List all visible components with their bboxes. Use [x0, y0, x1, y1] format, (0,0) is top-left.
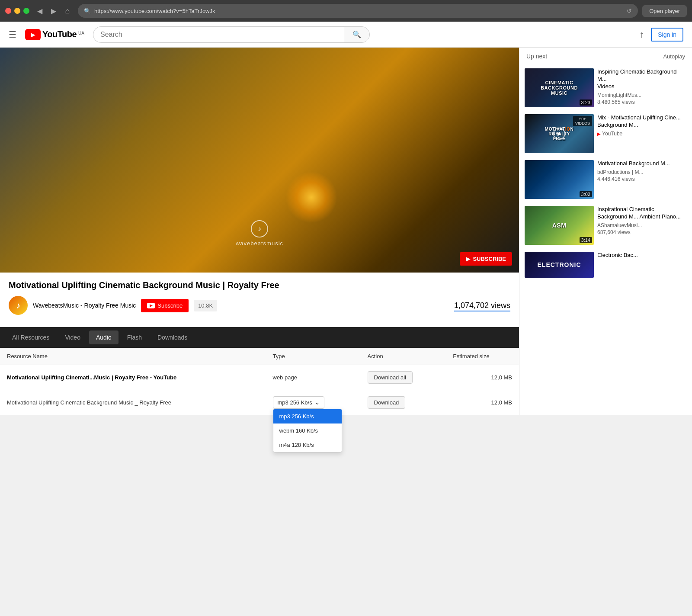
playlist-play-icon: ▶	[553, 128, 565, 140]
sidebar-thumbnail-5: ELECTRONIC	[525, 252, 594, 278]
close-traffic-light[interactable]	[5, 8, 11, 14]
search-icon: 🔍	[84, 8, 91, 14]
maximize-traffic-light[interactable]	[23, 8, 29, 14]
table-header-row: Resource Name Type Action Estimated size	[0, 348, 519, 365]
search-icon: 🔍	[352, 30, 361, 38]
sidebar-video-item[interactable]: CINEMATICBACKGROUND MUSIC 3:23 Inspiring…	[519, 65, 692, 111]
sidebar-channel-name-2: ▶ YouTube	[597, 131, 687, 137]
tab-downloads[interactable]: Downloads	[151, 330, 194, 344]
subscribe-label: Subscribe	[157, 302, 183, 309]
video-background: ♪ wavebeatsmusic ▶ SUBSCRIBE	[0, 48, 519, 273]
url-bar-container: 🔍 ↺	[78, 4, 638, 18]
channel-row: ♪ WavebeatsMusic - Royalty Free Music ▶ …	[9, 296, 510, 315]
menu-icon[interactable]: ☰	[9, 29, 16, 40]
forward-button[interactable]: ▶	[48, 5, 60, 17]
youtube-logo[interactable]: ▶ YouTube UA	[25, 29, 84, 40]
sidebar-video-info-3: Motivational Background M... bdProductio…	[597, 160, 687, 199]
url-input[interactable]	[94, 8, 623, 14]
resource-type-cell: web page	[266, 365, 361, 390]
resource-size-cell: 12,0 MB	[446, 365, 519, 390]
sidebar-views-1: 8,480,565 views	[597, 99, 687, 105]
thumb-duration-4: 3:14	[580, 237, 592, 243]
thumb-badge-2: 50+VIDEOS	[573, 116, 592, 126]
sidebar-video-title-4: Inspirational CinematicBackground M... A…	[597, 206, 687, 221]
view-count: 1,074,702 views	[454, 301, 510, 310]
resource-name-cell: Motivational Uplifting Cinemati...Music …	[0, 365, 266, 390]
download-button[interactable]: Download	[368, 396, 406, 409]
signin-button[interactable]: Sign in	[651, 28, 683, 42]
sidebar-video-item[interactable]: MOTIVATIONROYALTY FREE 50+VIDEOS ▶ Mix -…	[519, 111, 692, 157]
format-dropdown: mp3 256 Kb/s webm 160 Kb/s m4a 128 Kb/s	[273, 409, 342, 452]
subscribe-yt-icon: ▶	[147, 303, 155, 308]
youtube-icon-small: ▶	[597, 132, 601, 136]
resource-size-cell-2: 12,0 MB	[446, 390, 519, 415]
sidebar-video-info-5: Electronic Bac...	[597, 252, 687, 278]
video-title: Motivational Uplifting Cinematic Backgro…	[9, 279, 510, 291]
resource-action-cell: Download all	[361, 365, 446, 390]
sidebar-video-item[interactable]: ASM 3:14 Inspirational CinematicBackgrou…	[519, 202, 692, 248]
views-underline: 1,074,702 views	[454, 301, 510, 311]
back-button[interactable]: ◀	[34, 5, 46, 17]
sidebar-video-title-5: Electronic Bac...	[597, 252, 687, 259]
resource-table: Resource Name Type Action Estimated size…	[0, 348, 519, 415]
thumb-duration-3: 3:02	[580, 191, 592, 197]
search-input[interactable]	[93, 26, 344, 43]
youtube-header: ☰ ▶ YouTube UA 🔍 ↑ Sign in	[0, 22, 692, 48]
format-select-button[interactable]: mp3 256 Kb/s ⌄	[273, 396, 324, 409]
main-content: ♪ wavebeatsmusic ▶ SUBSCRIBE Motivationa…	[0, 48, 692, 415]
subscribe-button[interactable]: ▶ Subscribe	[141, 299, 189, 312]
sidebar-channel-name-4: AShamaluevMusi...	[597, 222, 687, 228]
subscribe-overlay-button[interactable]: ▶ SUBSCRIBE	[460, 252, 512, 266]
subscriber-count: 10.8K	[194, 300, 217, 311]
youtube-logo-country: UA	[78, 31, 84, 35]
thumb-duration-1: 3:23	[580, 99, 592, 106]
col-type: Type	[266, 348, 361, 365]
subscribe-overlay-play-icon: ▶	[466, 256, 470, 262]
search-button[interactable]: 🔍	[344, 26, 370, 43]
tab-audio[interactable]: Audio	[89, 330, 119, 344]
video-info: Motivational Uplifting Cinematic Backgro…	[0, 273, 519, 327]
sidebar-video-info-4: Inspirational CinematicBackground M... A…	[597, 206, 687, 245]
col-action: Action	[361, 348, 446, 365]
channel-name: WavebeatsMusic - Royalty Free Music	[33, 302, 136, 309]
sidebar-video-item[interactable]: ELECTRONIC Electronic Bac...	[519, 248, 692, 281]
autoplay-label: Autoplay	[663, 53, 685, 60]
sidebar-video-info-2: Mix - Motivational Uplifting Cine...Back…	[597, 114, 687, 153]
youtube-logo-icon: ▶	[25, 29, 41, 40]
sidebar-video-title-3: Motivational Background M...	[597, 160, 687, 167]
nav-buttons: ◀ ▶ ⌂	[34, 5, 74, 17]
video-watermark: ♪ wavebeatsmusic	[236, 220, 283, 247]
tab-flash[interactable]: Flash	[120, 330, 149, 344]
reload-button[interactable]: ↺	[627, 7, 632, 14]
traffic-lights	[5, 8, 29, 14]
format-option-mp3[interactable]: mp3 256 Kb/s	[273, 409, 342, 424]
upload-button[interactable]: ↑	[639, 29, 644, 40]
channel-info: WavebeatsMusic - Royalty Free Music	[33, 302, 136, 309]
sidebar-video-item[interactable]: 3:02 Motivational Background M... bdProd…	[519, 157, 692, 202]
resource-name-normal: Motivational Uplifting Cinematic Backgro…	[7, 399, 171, 406]
watermark-text: wavebeatsmusic	[236, 240, 283, 247]
open-player-button[interactable]: Open player	[642, 5, 687, 17]
sidebar-channel-name-1: MorningLightMus...	[597, 92, 687, 98]
col-resource-name: Resource Name	[0, 348, 266, 365]
format-option-m4a[interactable]: m4a 128 Kb/s	[273, 438, 342, 452]
tab-video[interactable]: Video	[58, 330, 87, 344]
resource-action-cell-2: Download	[361, 390, 446, 415]
sidebar-video-title-1: Inspiring Cinematic Background M...Video…	[597, 68, 687, 90]
table-row: Motivational Uplifting Cinematic Backgro…	[0, 390, 519, 415]
tabs-bar: All Resources Video Audio Flash Download…	[0, 327, 519, 348]
download-all-button[interactable]: Download all	[368, 371, 413, 384]
video-player[interactable]: ♪ wavebeatsmusic ▶ SUBSCRIBE	[0, 48, 519, 273]
minimize-traffic-light[interactable]	[14, 8, 20, 14]
tab-all-resources[interactable]: All Resources	[5, 330, 56, 344]
home-button[interactable]: ⌂	[61, 5, 74, 17]
sidebar-video-title-2: Mix - Motivational Uplifting Cine...Back…	[597, 114, 687, 129]
format-option-webm[interactable]: webm 160 Kb/s	[273, 424, 342, 438]
thumb-label-4: ASM	[552, 222, 567, 229]
sidebar-thumbnail-4: ASM 3:14	[525, 206, 594, 245]
browser-chrome: ◀ ▶ ⌂ 🔍 ↺ Open player	[0, 0, 692, 22]
right-sidebar: Up next Autoplay CINEMATICBACKGROUND MUS…	[519, 48, 692, 415]
format-select-container: mp3 256 Kb/s ⌄ mp3 256 Kb/s webm 160 Kb/…	[273, 396, 324, 409]
up-next-label: Up next	[526, 53, 547, 60]
sidebar-views-3: 4,446,416 views	[597, 176, 687, 182]
